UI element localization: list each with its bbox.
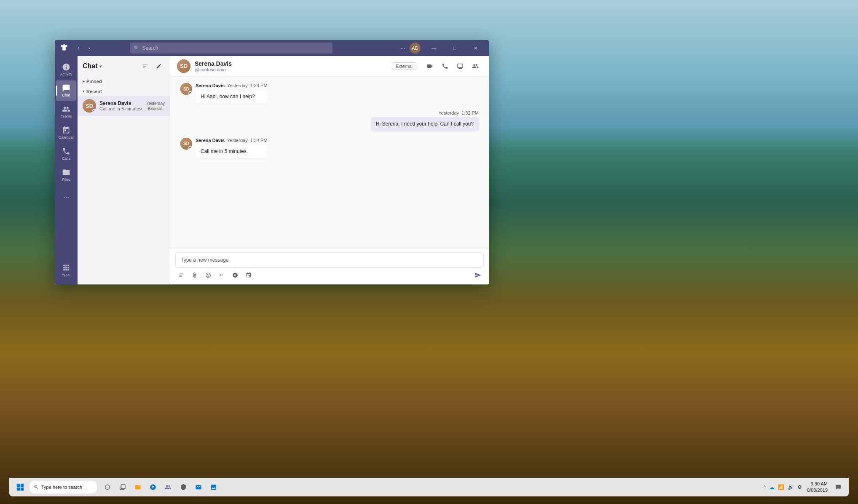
taskbar-app-fileexplorer[interactable] xyxy=(131,480,145,494)
recent-toggle-icon[interactable]: ▾ xyxy=(83,89,85,94)
message-clock-2: 1:32 PM xyxy=(461,110,479,115)
tray-volume-icon[interactable]: 🔊 xyxy=(788,484,794,490)
clock-date: 8/08/2019 xyxy=(807,487,828,493)
sidebar-item-apps[interactable]: Apps xyxy=(56,260,76,280)
emoji-button[interactable] xyxy=(202,269,214,281)
add-people-button[interactable] xyxy=(469,59,482,73)
chat-label: Chat xyxy=(62,93,70,97)
schedule-button[interactable] xyxy=(243,269,255,281)
message-toolbar xyxy=(175,268,484,281)
message-clock-3: 1:34 PM xyxy=(250,138,268,143)
forward-button[interactable]: › xyxy=(84,43,94,53)
taskbar-app-teams[interactable] xyxy=(161,480,175,494)
recent-header: ▾ Recent xyxy=(78,87,170,96)
taskbar-app-security[interactable] xyxy=(176,480,190,494)
message-bubble-1: Hi Aadi, how can I help? xyxy=(196,90,268,104)
taskbar-app-mail[interactable] xyxy=(191,480,206,494)
title-bar-actions: ··· AD — □ ✕ xyxy=(398,42,485,54)
audio-call-button[interactable] xyxy=(438,59,452,73)
serena-preview: Call me in 5 minutes. xyxy=(99,106,143,111)
sidebar-item-calls[interactable]: Calls xyxy=(56,144,76,164)
contact-info: Serena Davis @contoso.com xyxy=(195,60,392,72)
message-meta-1: Serena Davis Yesterday 1:34 PM xyxy=(196,83,268,88)
video-call-button[interactable] xyxy=(423,59,437,73)
calendar-label: Calendar xyxy=(59,135,74,139)
sticker-button[interactable] xyxy=(229,269,241,281)
taskbar-app-cortana[interactable] xyxy=(100,480,115,494)
svg-rect-2 xyxy=(21,484,24,487)
share-screen-button[interactable] xyxy=(453,59,467,73)
serena-chat-info: Serena Davis Yesterday Call me in 5 minu… xyxy=(99,100,165,111)
more-options-button[interactable]: ··· xyxy=(398,43,408,53)
message-meta-3: Serena Davis Yesterday 1:34 PM xyxy=(196,138,268,143)
close-button[interactable]: ✕ xyxy=(466,42,485,54)
activity-label: Activity xyxy=(60,72,72,76)
chat-header-actions xyxy=(423,59,482,73)
search-box[interactable]: 🔍 xyxy=(130,43,332,54)
chat-list-panel: Chat ▾ xyxy=(78,56,170,284)
contact-email: @contoso.com xyxy=(195,67,392,72)
message-bubble-2: Hi Serena, I need your help. Can I call … xyxy=(371,117,479,131)
taskbar-search-text: Type here to search xyxy=(41,485,82,490)
chat-list-actions xyxy=(139,60,165,72)
pinned-header: ▸ Pinned xyxy=(78,77,170,86)
message-sender-1: Serena Davis xyxy=(196,83,225,88)
svg-point-0 xyxy=(63,44,64,45)
svg-rect-4 xyxy=(21,488,24,491)
new-chat-button[interactable] xyxy=(153,60,165,72)
sidebar-item-chat[interactable]: Chat xyxy=(56,80,76,101)
sidebar-item-activity[interactable]: Activity xyxy=(56,59,76,80)
serena-time: Yesterday xyxy=(146,101,165,106)
back-button[interactable]: ‹ xyxy=(73,43,83,53)
maximize-button[interactable]: □ xyxy=(445,42,464,54)
chat-item-serena[interactable]: SD Serena Davis Yesterday Call me in 5 m… xyxy=(78,96,170,116)
format-button[interactable] xyxy=(175,269,187,281)
icon-sidebar: Activity Chat Teams Calendar xyxy=(55,56,78,284)
tray-chevron[interactable]: ^ xyxy=(764,485,766,490)
taskbar-app-taskview[interactable] xyxy=(115,480,130,494)
gif-button[interactable] xyxy=(216,269,228,281)
tray-settings-icon[interactable]: ⚙ xyxy=(797,484,802,490)
serena-avatar: SD xyxy=(83,99,96,113)
tray-clock[interactable]: 9:30 AM 8/08/2019 xyxy=(807,481,829,494)
message-status-dot-3 xyxy=(188,146,192,150)
search-input[interactable] xyxy=(142,45,329,51)
teams-label: Teams xyxy=(61,114,72,118)
minimize-button[interactable]: — xyxy=(424,42,443,54)
taskbar-app-photos[interactable] xyxy=(206,480,221,494)
chat-dropdown-icon[interactable]: ▾ xyxy=(99,64,102,69)
apps-label: Apps xyxy=(62,273,71,277)
taskbar-search-box[interactable]: Type here to search xyxy=(29,481,97,493)
message-input-placeholder: Type a new message xyxy=(181,257,228,263)
external-badge-list: External xyxy=(146,106,164,111)
message-content-1: Serena Davis Yesterday 1:34 PM Hi Aadi, … xyxy=(196,83,268,104)
serena-name: Serena Davis xyxy=(99,100,131,106)
sidebar-item-calendar[interactable]: Calendar xyxy=(56,123,76,143)
message-clock-1: 1:34 PM xyxy=(250,83,268,88)
message-time-3: Yesterday xyxy=(227,138,248,143)
user-avatar[interactable]: AD xyxy=(410,43,421,54)
message-avatar-1: SD xyxy=(180,83,192,95)
message-group-1: SD Serena Davis Yesterday 1:34 PM Hi Aad… xyxy=(180,83,479,104)
send-button[interactable] xyxy=(472,269,484,281)
user-initials: AD xyxy=(412,46,418,51)
sidebar-item-teams[interactable]: Teams xyxy=(56,102,76,122)
tray-onedrive-icon[interactable]: ☁ xyxy=(769,484,775,491)
tray-wifi-icon[interactable]: 📶 xyxy=(778,484,784,490)
filter-chats-button[interactable] xyxy=(139,60,151,72)
external-badge: External xyxy=(392,62,416,70)
pinned-toggle-icon[interactable]: ▸ xyxy=(83,79,85,83)
tray-icons: ^ ☁ 📶 🔊 ⚙ xyxy=(760,484,805,491)
nav-buttons: ‹ › xyxy=(73,43,94,53)
sidebar-more-button[interactable]: ··· xyxy=(56,188,76,208)
notifications-button[interactable] xyxy=(831,480,845,494)
attach-button[interactable] xyxy=(189,269,201,281)
search-icon: 🔍 xyxy=(134,46,139,51)
start-button[interactable] xyxy=(13,480,28,495)
taskbar-apps xyxy=(100,480,221,494)
sidebar-item-files[interactable]: Files xyxy=(56,165,76,185)
message-group-2: Yesterday 1:32 PM Hi Serena, I need your… xyxy=(180,110,479,131)
message-time-1: Yesterday xyxy=(227,83,248,88)
message-input-box[interactable]: Type a new message xyxy=(175,252,484,268)
taskbar-app-edge[interactable] xyxy=(146,480,160,494)
